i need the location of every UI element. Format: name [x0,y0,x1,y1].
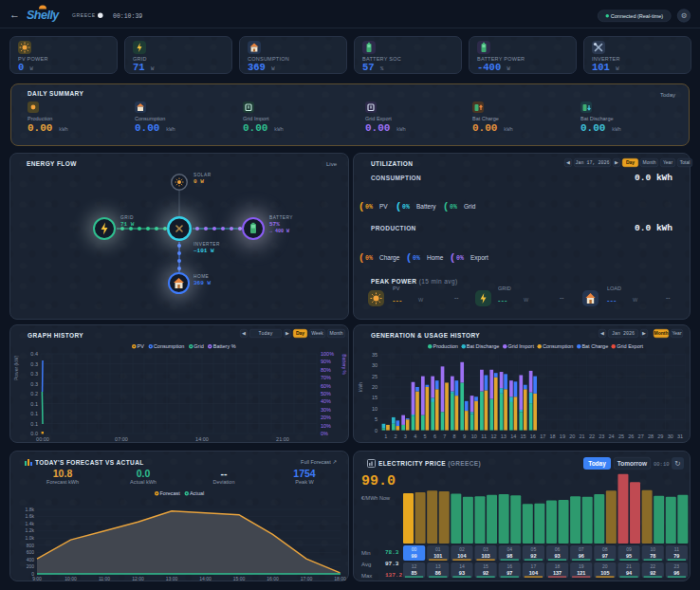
svg-text:0: 0 [375,428,378,433]
svg-text:101: 101 [433,553,442,559]
svg-text:100%: 100% [321,351,334,357]
svg-text:16:00: 16:00 [267,576,279,581]
svg-text:92: 92 [483,570,488,576]
svg-text:20%: 20% [321,415,331,420]
svg-text:9: 9 [463,433,466,439]
svg-text:28: 28 [648,433,654,439]
svg-text:17:00: 17:00 [301,576,313,581]
svg-text:23: 23 [599,433,604,439]
svg-text:103: 103 [481,553,489,559]
svg-text:22: 22 [589,433,595,439]
svg-text:400: 400 [27,557,35,562]
svg-text:0.2: 0.2 [30,391,38,396]
svg-text:99: 99 [412,553,417,559]
svg-text:93: 93 [554,553,560,559]
svg-text:00:00: 00:00 [36,436,49,442]
svg-text:17: 17 [540,433,545,439]
svg-text:07: 07 [579,546,584,552]
svg-text:96: 96 [579,553,584,559]
svg-text:18: 18 [555,563,561,569]
svg-text:00: 00 [412,546,417,552]
svg-text:7: 7 [443,433,446,439]
svg-text:10%: 10% [321,423,331,429]
svg-text:85: 85 [412,570,417,576]
svg-text:97: 97 [602,553,608,559]
svg-text:0.1: 0.1 [30,411,38,416]
svg-text:96: 96 [673,570,679,576]
svg-text:11: 11 [674,546,679,552]
svg-text:10: 10 [650,546,655,552]
svg-text:20: 20 [602,563,608,569]
svg-text:70%: 70% [321,375,331,380]
svg-text:600: 600 [27,549,35,555]
svg-text:10: 10 [372,406,378,412]
svg-text:8: 8 [453,433,456,439]
svg-text:21: 21 [626,563,632,569]
svg-text:6: 6 [433,433,436,439]
svg-text:07:00: 07:00 [115,436,128,442]
svg-text:1.0k: 1.0k [26,535,35,541]
svg-text:1.6k: 1.6k [26,513,35,519]
svg-text:18: 18 [549,433,555,439]
svg-text:14:00: 14:00 [199,576,212,581]
svg-text:137: 137 [553,570,562,576]
svg-text:29: 29 [657,433,663,439]
svg-text:121: 121 [577,570,585,576]
svg-text:05: 05 [531,546,537,552]
svg-text:16: 16 [507,563,512,569]
svg-text:98: 98 [507,553,512,559]
svg-text:13: 13 [501,433,507,439]
svg-text:105: 105 [600,570,609,576]
svg-text:08: 08 [602,546,608,552]
svg-text:30: 30 [668,433,673,439]
svg-text:12: 12 [490,433,496,439]
svg-text:22: 22 [650,563,655,569]
svg-text:21: 21 [580,433,585,439]
svg-text:15: 15 [483,563,488,569]
svg-text:95: 95 [626,553,632,559]
svg-text:21:00: 21:00 [276,436,289,442]
svg-text:1.4k: 1.4k [26,521,35,526]
svg-text:10: 10 [471,433,477,439]
svg-text:14: 14 [510,433,516,439]
svg-text:1.2k: 1.2k [26,527,35,533]
svg-text:90%: 90% [321,359,331,364]
svg-text:93: 93 [459,570,465,576]
svg-text:0.1: 0.1 [30,401,38,407]
svg-text:40%: 40% [321,398,331,404]
svg-text:0%: 0% [321,431,328,436]
svg-text:02: 02 [459,546,465,552]
svg-text:14: 14 [459,563,465,569]
svg-text:25: 25 [618,433,624,439]
svg-text:06: 06 [555,546,561,552]
svg-text:79: 79 [673,553,679,559]
svg-text:13:00: 13:00 [166,576,178,581]
svg-text:78: 78 [650,553,655,559]
svg-text:104: 104 [457,553,467,559]
svg-text:50%: 50% [321,391,331,396]
svg-text:9:00: 9:00 [32,576,42,581]
svg-text:104: 104 [529,570,539,576]
svg-text:30: 30 [372,362,378,368]
svg-text:92: 92 [530,553,536,559]
svg-text:0.4: 0.4 [30,351,38,357]
svg-text:0.3: 0.3 [30,371,38,377]
svg-text:15: 15 [520,433,525,439]
svg-text:12: 12 [412,563,417,569]
svg-text:35: 35 [372,352,378,358]
svg-text:94: 94 [626,570,633,576]
svg-text:13: 13 [435,563,441,569]
svg-text:27: 27 [638,433,644,439]
svg-text:09: 09 [626,546,632,552]
svg-text:80%: 80% [321,367,331,373]
svg-text:92: 92 [650,570,655,576]
svg-text:03: 03 [483,546,488,552]
svg-text:31: 31 [677,433,683,439]
svg-text:20: 20 [569,433,575,439]
svg-text:3: 3 [404,433,407,439]
svg-text:19: 19 [560,433,565,439]
svg-text:5: 5 [375,416,378,422]
svg-text:60%: 60% [321,383,331,389]
svg-text:12:00: 12:00 [132,576,144,581]
svg-text:200: 200 [27,563,35,569]
